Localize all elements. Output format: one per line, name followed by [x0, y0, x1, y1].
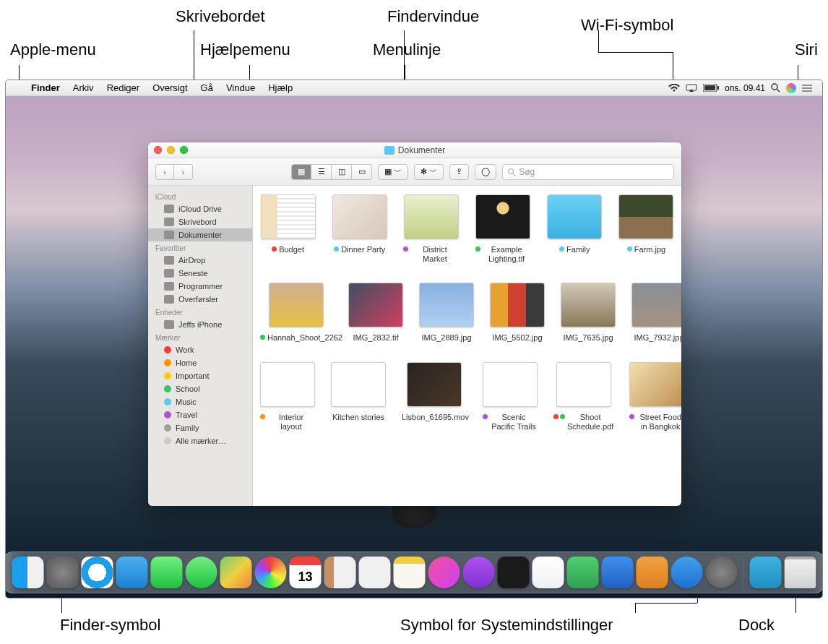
file-name: IMG_2832.tif	[353, 333, 399, 343]
minimize-button[interactable]	[167, 146, 175, 154]
view-gallery-button[interactable]: ▭	[352, 164, 372, 180]
menu-ga[interactable]: Gå	[194, 82, 220, 93]
file-item[interactable]: Lisbon_61695.mov	[402, 362, 467, 432]
dock-contacts-icon[interactable]	[324, 557, 356, 588]
file-thumbnail	[629, 362, 681, 407]
share-button[interactable]: ⇪	[449, 164, 469, 180]
sidebar-item[interactable]: Programmer	[148, 280, 252, 293]
dock-reminders-icon[interactable]	[359, 557, 391, 588]
menu-arkiv[interactable]: Arkiv	[66, 82, 100, 93]
sidebar-item[interactable]: iCloud Drive	[148, 202, 252, 215]
menu-vindue[interactable]: Vindue	[220, 82, 262, 93]
view-icons-button[interactable]: ▦	[291, 164, 311, 180]
file-item[interactable]: Dinner Party	[332, 194, 387, 264]
battery-icon[interactable]	[703, 84, 719, 92]
dock-sysprefs-icon[interactable]	[706, 557, 738, 588]
file-thumbnail	[475, 194, 530, 239]
dock-tv-icon[interactable]	[498, 557, 530, 588]
control-center-icon[interactable]	[802, 84, 812, 93]
search-input[interactable]: Søg	[502, 164, 674, 180]
file-item[interactable]: IMG_2889.jpg	[419, 283, 474, 343]
dock-finder-icon[interactable]	[12, 557, 44, 588]
tag-dot-icon	[483, 414, 488, 419]
dock-news-icon[interactable]	[532, 557, 564, 588]
dock-facetime-icon[interactable]	[151, 557, 183, 588]
file-item[interactable]: IMG_7932.jpg	[631, 283, 681, 343]
menubar-clock[interactable]: ons. 09.41	[725, 83, 765, 93]
tags-button[interactable]: ◯	[475, 164, 496, 180]
sidebar-item[interactable]: Seneste	[148, 267, 252, 280]
sidebar-item[interactable]: Family	[148, 421, 252, 434]
dock-keynote-icon[interactable]	[602, 557, 634, 588]
file-item[interactable]: Family	[547, 194, 603, 264]
zoom-button[interactable]	[180, 146, 188, 154]
dock-pages-icon[interactable]	[637, 557, 668, 588]
back-button[interactable]: ‹	[155, 164, 174, 180]
file-item[interactable]: IMG_5502.jpg	[490, 283, 545, 343]
tag-dot-icon	[164, 424, 171, 432]
sidebar-item[interactable]: Skrivebord	[148, 215, 252, 228]
tag-dot-icon	[403, 246, 408, 252]
file-thumbnail	[618, 194, 673, 239]
dock-messages-icon[interactable]	[186, 557, 217, 588]
file-thumbnail	[561, 283, 616, 327]
dock-safari-icon[interactable]	[82, 557, 113, 588]
file-name: Dinner Party	[341, 245, 385, 254]
siri-icon[interactable]	[786, 83, 796, 93]
file-item[interactable]: IMG_2832.tif	[348, 283, 403, 343]
airplay-icon[interactable]	[686, 84, 697, 93]
file-item[interactable]: Shoot Schedule.pdf	[553, 362, 613, 432]
menu-hjaelp[interactable]: Hjælp	[262, 82, 299, 93]
file-item[interactable]: Budget	[260, 194, 316, 264]
menu-oversigt[interactable]: Oversigt	[146, 82, 194, 93]
spotlight-icon[interactable]	[771, 83, 780, 93]
file-item[interactable]: Interior layout	[260, 362, 315, 432]
dock-downloads-icon[interactable]	[750, 557, 782, 588]
forward-button[interactable]: ›	[174, 164, 193, 180]
sidebar-item[interactable]: Travel	[148, 408, 252, 421]
file-thumbnail	[631, 283, 681, 327]
svg-rect-15	[164, 269, 174, 278]
dock-maps-icon[interactable]	[220, 557, 252, 588]
view-list-button[interactable]: ☰	[311, 164, 332, 180]
file-item[interactable]: District Market	[403, 194, 459, 264]
file-item[interactable]: Kitchen stories	[331, 362, 386, 432]
dock-launchpad-icon[interactable]	[47, 557, 79, 588]
sidebar-item[interactable]: Dokumenter	[148, 228, 252, 241]
dock-photos-icon[interactable]	[255, 557, 287, 588]
file-item[interactable]: Hannah_Shoot_2262	[260, 283, 332, 343]
sidebar-item[interactable]: Music	[148, 395, 252, 408]
sidebar-item[interactable]: Home	[148, 356, 252, 369]
sidebar-item[interactable]: AirDrop	[148, 254, 252, 267]
dock-podcasts-icon[interactable]	[463, 557, 495, 588]
dock-calendar-icon[interactable]: 13	[290, 557, 322, 588]
file-item[interactable]: Farm.jpg	[618, 194, 674, 264]
finder-titlebar[interactable]: Dokumenter	[148, 142, 681, 158]
dock-mail-icon[interactable]	[116, 557, 148, 588]
desktop-icon	[164, 218, 174, 226]
menu-rediger[interactable]: Rediger	[100, 82, 147, 93]
file-item[interactable]: IMG_7635.jpg	[561, 283, 616, 343]
dock-numbers-icon[interactable]	[567, 557, 599, 588]
sidebar-item[interactable]: Work	[148, 343, 252, 356]
dock-notes-icon[interactable]	[394, 557, 426, 588]
close-button[interactable]	[154, 146, 162, 154]
menu-finder[interactable]: Finder	[25, 82, 66, 93]
file-name: Budget	[279, 245, 304, 254]
file-item[interactable]: Street Food in Bangkok	[629, 362, 681, 432]
sidebar-item[interactable]: Overførsler	[148, 293, 252, 306]
group-button[interactable]: ▦ ﹀	[378, 164, 408, 180]
sidebar-item[interactable]: Jeffs iPhone	[148, 318, 252, 331]
action-button[interactable]: ✻ ﹀	[414, 164, 444, 180]
wifi-icon[interactable]	[668, 84, 680, 93]
file-item[interactable]: Example Lighting.tif	[475, 194, 531, 264]
sidebar-item[interactable]: Alle mærker…	[148, 434, 252, 447]
svg-rect-13	[164, 231, 174, 239]
sidebar-item[interactable]: School	[148, 382, 252, 395]
sidebar-item[interactable]: Important	[148, 369, 252, 382]
dock-trash-icon[interactable]	[785, 557, 816, 588]
dock-music-icon[interactable]	[428, 557, 460, 588]
file-item[interactable]: Scenic Pacific Trails	[483, 362, 538, 432]
view-columns-button[interactable]: ◫	[332, 164, 352, 180]
dock-appstore-icon[interactable]	[671, 557, 703, 588]
